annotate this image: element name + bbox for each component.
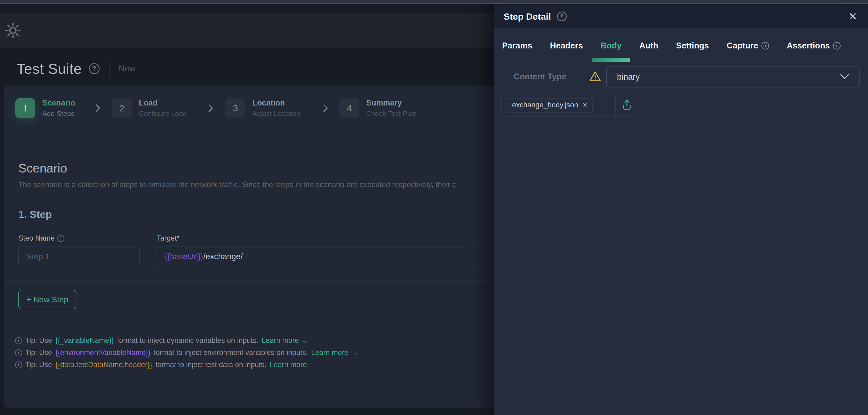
step-number-badge: 1 — [16, 98, 35, 118]
step-sublabel: Configure Load — [139, 110, 187, 118]
file-chip: exchange_body.json ✕ — [507, 98, 593, 113]
tip-dynamic-variables: i Tip: Use {{_variableName}} format to i… — [15, 336, 358, 345]
scenario-heading: Scenario — [18, 161, 67, 176]
content-type-row: Content Type binary — [494, 66, 868, 87]
target-path-text: /exchange/ — [203, 252, 243, 261]
help-icon[interactable]: ? — [89, 63, 99, 74]
panel-header: Step Detail ? ✕ — [494, 5, 868, 28]
page-header: Test Suite ? New — [17, 54, 135, 83]
step-detail-panel: Step Detail ? ✕ Params Headers Body Auth… — [494, 5, 868, 415]
info-icon: i — [762, 42, 769, 50]
tip-test-data: i Tip: Use {{data.testDataName.header}} … — [15, 361, 358, 369]
info-icon: i — [15, 361, 22, 368]
content-type-value: binary — [617, 72, 640, 82]
tip-environment-variables: i Tip: Use {{environmentVariableName}} f… — [15, 349, 358, 357]
warning-icon — [589, 71, 601, 83]
page-title: Test Suite — [17, 60, 82, 77]
tab-capture[interactable]: Capture i — [727, 41, 769, 57]
step-name-input[interactable]: Step 1 — [18, 246, 140, 266]
file-chip-zone: exchange_body.json ✕ — [501, 94, 616, 116]
new-step-button[interactable]: + New Step — [18, 290, 76, 309]
step-label: Scenario — [42, 98, 75, 108]
theme-toggle-button[interactable] — [3, 21, 23, 41]
info-icon: i — [15, 337, 22, 344]
tab-params[interactable]: Params — [502, 41, 532, 57]
window-top-strip — [0, 0, 868, 4]
info-icon: i — [15, 349, 22, 356]
sun-icon — [5, 22, 21, 39]
step-label: Location — [252, 98, 300, 108]
step-name-label: Step Name i — [18, 234, 64, 242]
tab-settings[interactable]: Settings — [676, 41, 709, 57]
chevron-down-icon — [840, 73, 849, 81]
stepper-step-location[interactable]: 3 Location Adjust Location — [225, 98, 300, 118]
step-sublabel: Add Steps — [42, 110, 75, 118]
stepper-step-scenario[interactable]: 1 Scenario Add Steps — [16, 98, 75, 118]
page-subtitle: New — [119, 64, 135, 73]
body-file-field: exchange_body.json ✕ — [501, 94, 639, 117]
panel-title: Step Detail — [504, 11, 551, 22]
app-root: Test Suite ? New 1 Scenario Add Steps 2 … — [0, 0, 868, 415]
remove-file-icon[interactable]: ✕ — [583, 101, 588, 109]
step-sublabel: Adjust Location — [252, 110, 300, 118]
chevron-right-icon — [93, 103, 103, 113]
tips-section: i Tip: Use {{_variableName}} format to i… — [15, 336, 358, 369]
step-label: Load — [139, 98, 187, 108]
step-number-badge: 3 — [225, 98, 245, 118]
step-name-placeholder: Step 1 — [26, 252, 50, 261]
upload-file-button[interactable] — [616, 94, 638, 116]
header-divider — [109, 61, 110, 77]
variable-token: {{environmentVariableName}} — [55, 349, 151, 357]
variable-token: {{_variableName}} — [55, 336, 114, 345]
step-number-badge: 4 — [339, 98, 359, 118]
content-type-label: Content Type — [514, 72, 566, 82]
step-sublabel: Check Test Plan — [366, 110, 416, 118]
step-number-badge: 2 — [112, 98, 132, 118]
stepper-step-summary[interactable]: 4 Summary Check Test Plan — [339, 98, 416, 118]
info-icon: i — [833, 42, 841, 50]
info-icon: i — [57, 235, 64, 242]
learn-more-link[interactable]: Learn more → — [261, 336, 308, 345]
file-name: exchange_body.json — [512, 101, 578, 109]
tab-auth[interactable]: Auth — [639, 41, 658, 57]
tab-assertions[interactable]: Assertions i — [787, 41, 841, 57]
close-icon[interactable]: ✕ — [848, 11, 857, 22]
learn-more-link[interactable]: Learn more → — [311, 349, 358, 357]
tab-body[interactable]: Body — [600, 41, 622, 57]
upload-icon — [622, 99, 632, 112]
stepper-step-load[interactable]: 2 Load Configure Load — [112, 98, 187, 118]
target-variable-token: {{baseUrl}} — [165, 252, 203, 261]
help-icon[interactable]: ? — [557, 11, 567, 21]
tab-headers[interactable]: Headers — [550, 41, 583, 57]
content-type-select[interactable]: binary — [606, 66, 860, 87]
learn-more-link[interactable]: Learn more → — [270, 361, 316, 369]
step-section-heading: 1. Step — [18, 209, 52, 220]
chevron-right-icon — [206, 103, 216, 113]
step-label: Summary — [366, 98, 416, 108]
panel-tabs: Params Headers Body Auth Settings Captur… — [502, 41, 841, 57]
chevron-right-icon — [321, 103, 331, 113]
target-label: Target* — [157, 234, 180, 242]
variable-token: {{data.testDataName.header}} — [55, 361, 152, 369]
